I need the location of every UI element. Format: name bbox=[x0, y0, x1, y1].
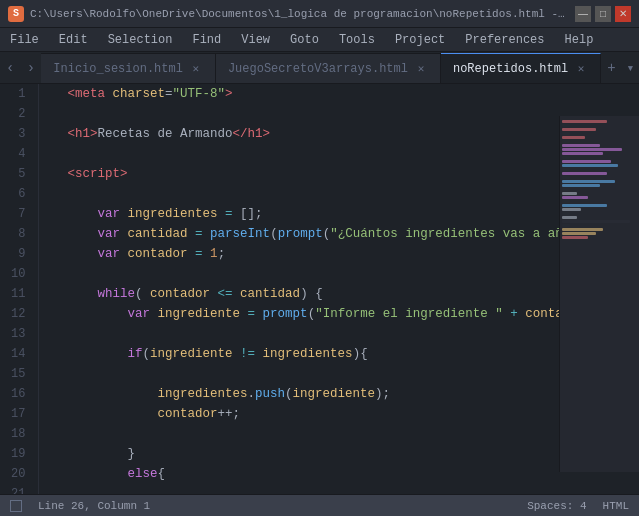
status-checkbox-container bbox=[10, 500, 22, 512]
menu-project[interactable]: Project bbox=[385, 28, 455, 51]
table-row: 1 <meta charset="UTF-8"> bbox=[0, 84, 630, 104]
tab-inicio-sesion[interactable]: Inicio_sesion.html ✕ bbox=[41, 53, 216, 83]
menu-selection[interactable]: Selection bbox=[98, 28, 183, 51]
title-text: C:\Users\Rodolfo\OneDrive\Documentos\1_l… bbox=[30, 8, 569, 20]
code-content bbox=[38, 264, 630, 284]
menu-view[interactable]: View bbox=[231, 28, 280, 51]
table-row: 5 <script> bbox=[0, 164, 630, 184]
title-bar: S C:\Users\Rodolfo\OneDrive\Documentos\1… bbox=[0, 0, 639, 28]
line-number: 12 bbox=[0, 304, 38, 324]
menu-help[interactable]: Help bbox=[555, 28, 604, 51]
line-number: 4 bbox=[0, 144, 38, 164]
table-row: 8 var cantidad = parseInt(prompt("¿Cuánt… bbox=[0, 224, 630, 244]
code-content: var ingrediente = prompt("Informe el ing… bbox=[38, 304, 630, 324]
editor[interactable]: 1 <meta charset="UTF-8">2 3 <h1>Recetas … bbox=[0, 84, 639, 494]
line-number: 1 bbox=[0, 84, 38, 104]
line-number: 14 bbox=[0, 344, 38, 364]
tab-close-no-repetidos[interactable]: ✕ bbox=[574, 62, 588, 76]
code-content bbox=[38, 364, 630, 384]
tab-dropdown-button[interactable]: ▾ bbox=[622, 53, 639, 83]
tab-no-repetidos[interactable]: noRepetidos.html ✕ bbox=[441, 53, 601, 83]
table-row: 15 bbox=[0, 364, 630, 384]
code-content: <meta charset="UTF-8"> bbox=[38, 84, 630, 104]
language-label: HTML bbox=[603, 500, 629, 512]
table-row: 7 var ingredientes = []; bbox=[0, 204, 630, 224]
line-number: 13 bbox=[0, 324, 38, 344]
code-content bbox=[38, 324, 630, 344]
table-row: 14 if(ingrediente != ingredientes){ bbox=[0, 344, 630, 364]
menu-find[interactable]: Find bbox=[182, 28, 231, 51]
cursor-position: Line 26, Column 1 bbox=[38, 500, 150, 512]
code-body: 1 <meta charset="UTF-8">2 3 <h1>Recetas … bbox=[0, 84, 630, 494]
line-number: 8 bbox=[0, 224, 38, 244]
code-table: 1 <meta charset="UTF-8">2 3 <h1>Recetas … bbox=[0, 84, 630, 494]
minimap bbox=[559, 116, 639, 472]
status-spaces[interactable]: Spaces: 4 bbox=[527, 500, 586, 512]
table-row: 21 bbox=[0, 484, 630, 494]
minimize-button[interactable]: — bbox=[575, 6, 591, 22]
tab-nav-left[interactable]: ‹ bbox=[0, 53, 21, 83]
table-row: 11 while( contador <= cantidad) { bbox=[0, 284, 630, 304]
line-number: 9 bbox=[0, 244, 38, 264]
table-row: 9 var contador = 1; bbox=[0, 244, 630, 264]
code-content bbox=[38, 104, 630, 124]
table-row: 10 bbox=[0, 264, 630, 284]
table-row: 6 bbox=[0, 184, 630, 204]
menu-tools[interactable]: Tools bbox=[329, 28, 385, 51]
code-content bbox=[38, 184, 630, 204]
tab-label: Inicio_sesion.html bbox=[53, 62, 183, 76]
tab-juego-secreto[interactable]: JuegoSecretoV3arrays.html ✕ bbox=[216, 53, 441, 83]
line-number: 10 bbox=[0, 264, 38, 284]
code-content: } bbox=[38, 444, 630, 464]
table-row: 3 <h1>Recetas de Armando</h1> bbox=[0, 124, 630, 144]
status-language[interactable]: HTML bbox=[603, 500, 629, 512]
table-row: 13 bbox=[0, 324, 630, 344]
code-content: contador++; bbox=[38, 404, 630, 424]
app-icon: S bbox=[8, 6, 24, 22]
minimap-content bbox=[560, 116, 639, 244]
tab-close-juego-secreto[interactable]: ✕ bbox=[414, 62, 428, 76]
line-number: 2 bbox=[0, 104, 38, 124]
maximize-button[interactable]: □ bbox=[595, 6, 611, 22]
table-row: 16 ingredientes.push(ingrediente); bbox=[0, 384, 630, 404]
menu-edit[interactable]: Edit bbox=[49, 28, 98, 51]
table-row: 18 bbox=[0, 424, 630, 444]
status-position[interactable]: Line 26, Column 1 bbox=[38, 500, 150, 512]
code-content: while( contador <= cantidad) { bbox=[38, 284, 630, 304]
line-number: 20 bbox=[0, 464, 38, 484]
window-controls: — □ ✕ bbox=[575, 6, 631, 22]
menu-file[interactable]: File bbox=[0, 28, 49, 51]
close-button[interactable]: ✕ bbox=[615, 6, 631, 22]
code-content: <script> bbox=[38, 164, 630, 184]
status-bar: Line 26, Column 1 Spaces: 4 HTML bbox=[0, 494, 639, 516]
menu-bar: File Edit Selection Find View Goto Tools… bbox=[0, 28, 639, 52]
line-number: 21 bbox=[0, 484, 38, 494]
code-content bbox=[38, 424, 630, 444]
table-row: 17 contador++; bbox=[0, 404, 630, 424]
tab-nav-right[interactable]: › bbox=[21, 53, 42, 83]
line-number: 17 bbox=[0, 404, 38, 424]
line-number: 3 bbox=[0, 124, 38, 144]
tab-add-button[interactable]: + bbox=[601, 53, 622, 83]
menu-preferences[interactable]: Preferences bbox=[455, 28, 554, 51]
spaces-label: Spaces: 4 bbox=[527, 500, 586, 512]
line-number: 19 bbox=[0, 444, 38, 464]
code-content: ingredientes.push(ingrediente); bbox=[38, 384, 630, 404]
code-content: var ingredientes = []; bbox=[38, 204, 630, 224]
table-row: 20 else{ bbox=[0, 464, 630, 484]
line-number: 18 bbox=[0, 424, 38, 444]
code-content: var contador = 1; bbox=[38, 244, 630, 264]
line-number: 7 bbox=[0, 204, 38, 224]
tab-label: noRepetidos.html bbox=[453, 62, 568, 76]
tab-bar: ‹ › Inicio_sesion.html ✕ JuegoSecretoV3a… bbox=[0, 52, 639, 84]
main-area: 1 <meta charset="UTF-8">2 3 <h1>Recetas … bbox=[0, 84, 639, 494]
line-number: 16 bbox=[0, 384, 38, 404]
status-checkbox[interactable] bbox=[10, 500, 22, 512]
line-number: 11 bbox=[0, 284, 38, 304]
tab-close-inicio-sesion[interactable]: ✕ bbox=[189, 62, 203, 76]
code-content: <h1>Recetas de Armando</h1> bbox=[38, 124, 630, 144]
menu-goto[interactable]: Goto bbox=[280, 28, 329, 51]
code-content bbox=[38, 484, 630, 494]
code-content: if(ingrediente != ingredientes){ bbox=[38, 344, 630, 364]
code-content bbox=[38, 144, 630, 164]
